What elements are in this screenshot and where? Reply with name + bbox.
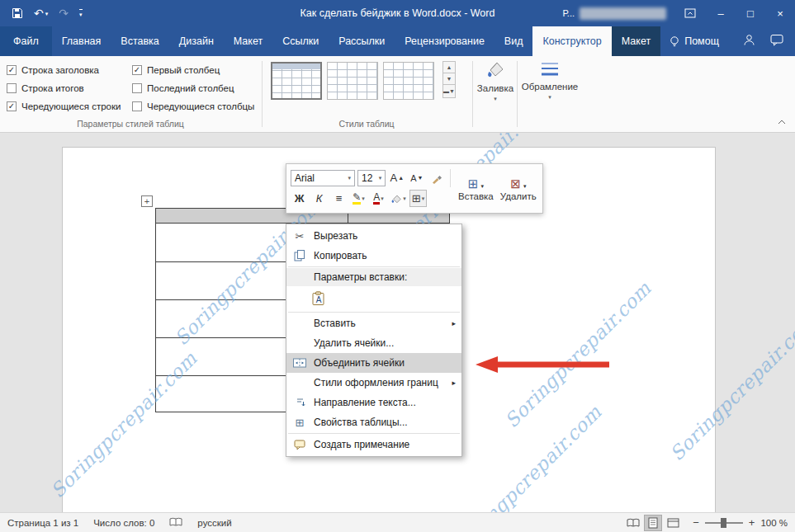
tab-references[interactable]: Ссылки (272, 26, 329, 56)
delete-table-icon: ⊠ (510, 177, 521, 191)
proofing-book-icon (169, 517, 182, 527)
table-style-thumbnail[interactable] (327, 62, 378, 100)
shading-label: Заливка (477, 83, 513, 93)
checkbox-label: Строка заголовка (21, 65, 99, 75)
web-layout-button[interactable] (664, 515, 682, 531)
table-style-thumbnail[interactable] (383, 62, 434, 100)
chevron-down-icon: ▾ (379, 175, 382, 181)
tab-mailings[interactable]: Рассылки (329, 26, 395, 56)
zoom-level[interactable]: 100 % (760, 518, 788, 528)
italic-button[interactable]: К (310, 190, 328, 207)
print-layout-button[interactable] (644, 515, 662, 531)
menu-item-new-comment[interactable]: Создать примечание (286, 435, 461, 454)
menu-item-label: Свойства таблицы... (314, 417, 456, 428)
checkbox-icon: ✓ (132, 65, 142, 75)
tab-layout[interactable]: Макет (224, 26, 272, 56)
shading-button[interactable]: Заливка ▾ (476, 59, 515, 101)
tab-table-layout[interactable]: Макет (612, 26, 660, 56)
format-painter-icon (431, 172, 442, 184)
menu-item-border-styles[interactable]: Стили оформления границ ▸ (286, 373, 461, 393)
page-indicator[interactable]: Страница 1 из 1 (7, 518, 78, 528)
menu-item-delete-cells[interactable]: Удалить ячейки... (286, 333, 461, 353)
menu-item-label: Копировать (314, 250, 456, 261)
menu-item-text-direction[interactable]: Направление текста... (286, 393, 461, 412)
checkbox-label: Первый столбец (147, 65, 220, 75)
bold-button[interactable]: Ж (291, 190, 308, 207)
collapse-ribbon-button[interactable] (777, 117, 787, 127)
checkbox-first-column[interactable]: ✓ Первый столбец (132, 64, 220, 76)
grow-font-button[interactable]: А▲ (388, 169, 405, 186)
font-color-button[interactable]: А▾ (370, 190, 387, 207)
tab-home[interactable]: Главная (52, 26, 111, 56)
menu-item-cut[interactable]: ✂ Вырезать (286, 226, 461, 246)
customize-quick-access-button[interactable]: ▾ (79, 9, 83, 17)
table-move-handle[interactable]: + (141, 195, 153, 207)
highlight-color-button[interactable]: ✎▾ (350, 190, 367, 207)
font-size-combo[interactable]: 12 ▾ (357, 170, 386, 186)
proofing-button[interactable] (169, 517, 182, 529)
titlebar-right: Р... – □ × (563, 0, 795, 26)
language-indicator[interactable]: русский (197, 518, 231, 528)
zoom-in-button[interactable]: + (749, 516, 755, 529)
zoom-slider-thumb[interactable] (721, 518, 726, 528)
paint-bucket-icon (485, 59, 505, 81)
menu-separator (288, 312, 460, 313)
delete-label: Удалить (500, 191, 537, 201)
alignment-button[interactable]: ≡ (330, 190, 348, 207)
save-button[interactable] (12, 7, 23, 19)
redo-icon: ↷ (59, 7, 69, 19)
insert-table-button[interactable]: ⊞ ▾ Вставка (456, 168, 495, 210)
gallery-down-button[interactable]: ▼ (442, 73, 456, 85)
zoom-out-button[interactable]: − (693, 516, 699, 529)
menu-item-merge-cells[interactable]: Объединить ячейки (286, 353, 461, 373)
checkbox-banded-rows[interactable]: ✓ Чередующиеся строки (7, 100, 121, 112)
table-style-thumbnail-selected[interactable] (271, 62, 322, 100)
menu-paste-option-keep-source[interactable]: A (286, 286, 461, 311)
border-styles-icon (539, 59, 561, 79)
tab-design[interactable]: Дизайн (169, 26, 224, 56)
font-name-combo[interactable]: Arial ▾ (291, 170, 355, 186)
copy-icon (291, 250, 308, 261)
clipboard-paste-icon: A (312, 291, 326, 306)
sign-in-button[interactable] (743, 34, 755, 49)
menu-item-copy[interactable]: Копировать (286, 246, 461, 266)
format-painter-button[interactable] (428, 169, 445, 186)
menu-item-table-properties[interactable]: ⊞ Свойства таблицы... (286, 412, 461, 432)
shading-mini-button[interactable]: ▾ (390, 190, 407, 207)
borders-mini-button[interactable]: ⊞▾ (409, 190, 427, 207)
ribbon-display-options-button[interactable] (678, 0, 703, 26)
tab-file[interactable]: Файл (0, 26, 52, 56)
menu-item-label: Параметры вставки: (314, 271, 407, 283)
redo-button[interactable]: ↷ (59, 7, 69, 19)
tell-me-box[interactable]: Помощ (660, 26, 727, 56)
word-count[interactable]: Число слов: 0 (93, 518, 154, 528)
borders-button[interactable]: Обрамление ▾ (520, 59, 580, 100)
read-mode-button[interactable] (624, 515, 642, 531)
shrink-font-button[interactable]: А▼ (408, 169, 425, 186)
gallery-more-button[interactable]: ▬▼ (442, 84, 456, 98)
checkbox-banded-columns[interactable]: Чередующиеся столбцы (132, 100, 254, 112)
tab-insert[interactable]: Вставка (111, 26, 168, 56)
gallery-up-button[interactable]: ▲ (442, 61, 456, 73)
tab-table-design[interactable]: Конструктор (532, 26, 611, 56)
checkbox-label: Чередующиеся строки (21, 101, 121, 111)
chevron-down-icon: ▾ (523, 183, 527, 189)
menu-item-insert[interactable]: Вставить ▸ (286, 313, 461, 333)
undo-button[interactable]: ↶ ▾ (34, 7, 48, 19)
checkbox-header-row[interactable]: ✓ Строка заголовка (7, 64, 99, 76)
minimize-button[interactable]: – (706, 0, 736, 26)
delete-table-button[interactable]: ⊠ ▾ Удалить (499, 168, 538, 210)
blurred-username (580, 7, 666, 20)
tab-view[interactable]: Вид (495, 26, 533, 56)
comments-button[interactable] (770, 34, 783, 49)
maximize-button[interactable]: □ (736, 0, 765, 26)
checkbox-last-column[interactable]: Последний столбец (132, 82, 234, 94)
tab-review[interactable]: Рецензирование (395, 26, 495, 56)
highlighter-icon: ✎ (353, 192, 361, 205)
zoom-slider[interactable] (705, 522, 743, 524)
table-styles-gallery (271, 62, 434, 100)
close-button[interactable]: × (765, 0, 795, 26)
checkbox-total-row[interactable]: Строка итогов (7, 82, 84, 94)
menu-item-label: Объединить ячейки (314, 357, 456, 369)
checkbox-icon: ✓ (7, 101, 17, 111)
